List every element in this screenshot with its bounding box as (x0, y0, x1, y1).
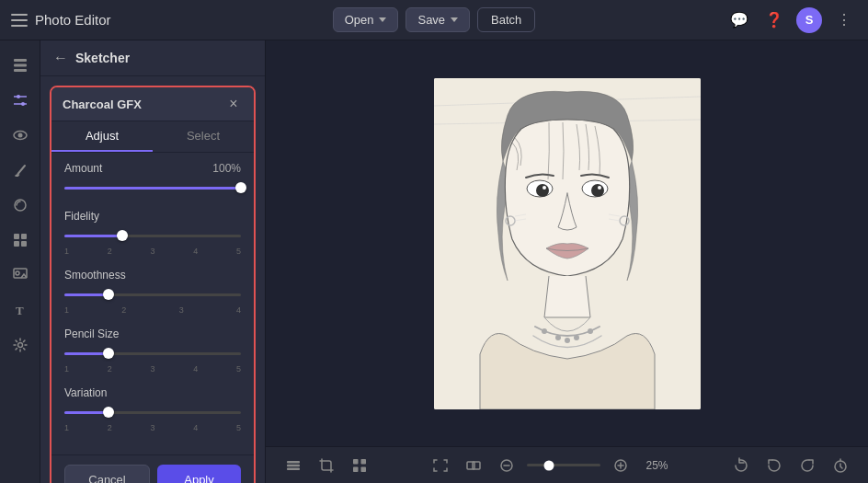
pencil-size-slider-container (64, 344, 241, 362)
apply-button[interactable]: Apply (157, 465, 241, 483)
menu-icon[interactable] (11, 14, 28, 27)
bottom-right (728, 453, 853, 478)
sidebar-layers-icon[interactable] (5, 50, 36, 81)
topbar: Photo Editor Open Save Batch 💬 ❓ S ⋮ (0, 0, 868, 40)
amount-slider-container (64, 178, 241, 197)
sidebar-effect-icon[interactable] (5, 190, 36, 221)
amount-control: Amount 100% (64, 162, 241, 197)
pencil-size-ticks: 1 2 3 4 5 (64, 364, 241, 374)
grid-bottom-icon[interactable] (347, 453, 372, 478)
undo-icon[interactable] (761, 453, 787, 478)
modal-close-button[interactable]: × (224, 95, 243, 113)
smoothness-slider-fill (64, 293, 108, 296)
svg-point-43 (574, 335, 579, 340)
fit-screen-icon[interactable] (428, 453, 453, 478)
chat-icon[interactable]: 💬 (726, 7, 752, 33)
smoothness-control: Smoothness 1 2 3 4 (64, 269, 241, 315)
sidebar-brush-icon[interactable] (5, 155, 36, 186)
sidebar-export-icon[interactable] (5, 259, 36, 291)
save-chevron-icon (451, 17, 458, 22)
open-button[interactable]: Open (333, 7, 399, 32)
main-content: T ← Sketcher Charcoal GFX × Adjust Selec… (0, 40, 868, 483)
tab-adjust[interactable]: Adjust (51, 121, 153, 152)
svg-point-18 (17, 343, 22, 348)
svg-text:T: T (16, 304, 24, 317)
modal-footer: Cancel Apply (51, 454, 254, 483)
smoothness-slider-thumb[interactable] (103, 289, 114, 300)
amount-label: Amount (64, 162, 102, 175)
smoothness-slider-container (64, 285, 241, 304)
amount-value: 100% (212, 162, 241, 175)
smoothness-slider-track (64, 293, 241, 296)
svg-point-35 (591, 184, 604, 197)
svg-rect-50 (287, 464, 300, 466)
sidebar-sliders-icon[interactable] (5, 85, 36, 116)
variation-slider-track (64, 411, 241, 414)
svg-rect-49 (287, 461, 300, 464)
svg-point-16 (16, 271, 19, 275)
canvas-area: 25% (266, 40, 868, 483)
svg-rect-57 (473, 462, 480, 469)
svg-point-40 (542, 328, 547, 334)
amount-slider-thumb[interactable] (235, 182, 246, 193)
panel-title: Sketcher (75, 51, 130, 65)
fidelity-slider-fill (64, 235, 122, 237)
zoom-out-icon[interactable] (494, 453, 520, 478)
variation-ticks: 1 2 3 4 5 (64, 423, 241, 432)
refresh-icon[interactable] (728, 453, 754, 478)
sidebar-eye-icon[interactable] (5, 120, 36, 151)
redo-icon[interactable] (794, 453, 820, 478)
left-sidebar: T (0, 40, 40, 483)
save-button[interactable]: Save (405, 7, 470, 32)
more-icon[interactable]: ⋮ (831, 7, 857, 33)
svg-point-42 (565, 338, 570, 343)
pencil-size-slider-thumb[interactable] (103, 348, 114, 359)
smoothness-label: Smoothness (64, 269, 126, 282)
charcoal-gfx-modal: Charcoal GFX × Adjust Select Amount 100% (50, 86, 256, 483)
crop-bottom-icon[interactable] (314, 453, 339, 478)
pencil-size-slider-track (64, 352, 241, 355)
back-button[interactable]: ← (53, 50, 68, 66)
resize-icon[interactable] (461, 453, 486, 478)
variation-slider-container (64, 403, 241, 421)
amount-slider-fill (64, 187, 241, 190)
panel-area: ← Sketcher Charcoal GFX × Adjust Select (40, 40, 266, 483)
modal-overlay: Charcoal GFX × Adjust Select Amount 100% (40, 76, 265, 483)
amount-slider-track (64, 187, 241, 190)
svg-rect-54 (353, 466, 359, 472)
history-icon[interactable] (828, 453, 853, 478)
topbar-right: 💬 ❓ S ⋮ (544, 7, 857, 33)
sidebar-text-icon[interactable]: T (5, 294, 36, 326)
batch-button[interactable]: Batch (477, 7, 535, 32)
svg-rect-56 (467, 462, 474, 469)
panel-header: ← Sketcher (40, 40, 265, 76)
svg-rect-51 (287, 467, 300, 470)
svg-rect-53 (361, 459, 367, 465)
svg-point-41 (555, 335, 561, 340)
bottom-left (280, 453, 372, 478)
sidebar-grid-icon[interactable] (5, 224, 36, 256)
layers-bottom-icon[interactable] (280, 453, 306, 478)
modal-body: Amount 100% Fidelity (51, 153, 254, 454)
canvas-main (266, 40, 868, 446)
zoom-slider-thumb[interactable] (544, 460, 554, 470)
pencil-size-control: Pencil Size 1 2 3 4 (64, 328, 241, 374)
sidebar-settings-icon[interactable] (5, 329, 36, 361)
fidelity-slider-track (64, 235, 241, 237)
modal-tabs: Adjust Select (51, 121, 254, 153)
help-icon[interactable]: ❓ (761, 7, 787, 33)
variation-slider-thumb[interactable] (103, 407, 114, 418)
svg-point-4 (17, 95, 20, 98)
svg-rect-1 (14, 64, 27, 67)
zoom-in-icon[interactable] (608, 453, 634, 478)
tab-select[interactable]: Select (153, 121, 254, 152)
svg-point-34 (536, 184, 549, 197)
fidelity-slider-thumb[interactable] (117, 230, 128, 241)
cancel-button[interactable]: Cancel (64, 465, 150, 483)
fidelity-ticks: 1 2 3 4 5 (64, 247, 241, 256)
pencil-size-label: Pencil Size (64, 328, 119, 340)
fidelity-slider-container (64, 226, 241, 245)
avatar[interactable]: S (796, 7, 822, 33)
zoom-slider-track (527, 464, 600, 466)
svg-point-37 (598, 186, 601, 190)
